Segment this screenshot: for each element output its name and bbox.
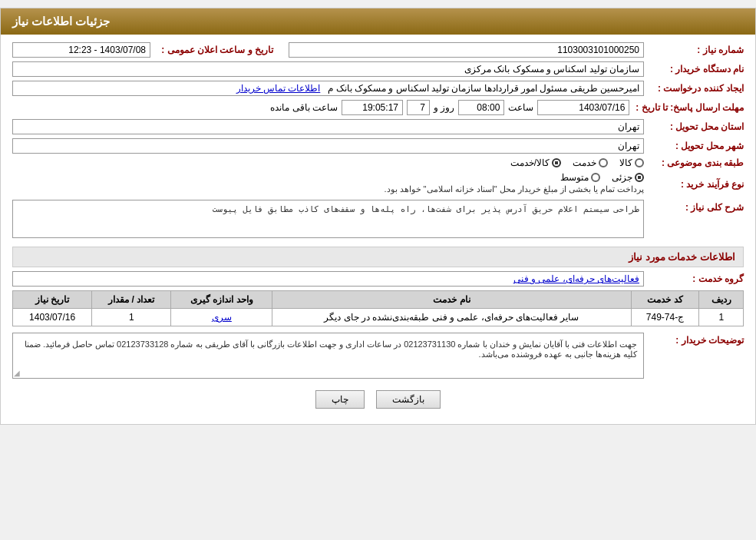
col-name: نام خدمت (272, 291, 631, 309)
cell-name: سایر فعالیت‌های حرفه‌ای، علمی و فنی طبقه… (272, 309, 631, 326)
province-row: استان محل تحویل : تهران (12, 119, 744, 134)
page-header: جزئیات اطلاعات نیاز (1, 8, 755, 35)
category-khedmat-radio (599, 158, 608, 167)
category-kala-radio (635, 158, 644, 167)
need-number-value: 1103003101000250 (289, 42, 644, 58)
category-khedmat-option: خدمت (573, 157, 608, 168)
print-button[interactable]: چاپ (315, 390, 365, 409)
category-label: طبقه بندی موضوعی : (644, 157, 744, 168)
cell-rownum: 1 (699, 309, 744, 326)
category-kala-khedmat-label: کالا/خدمت (510, 157, 550, 168)
deadline-time: 08:00 (458, 100, 504, 115)
city-row: شهر محل تحویل : تهران (12, 138, 744, 154)
cell-qty: 1 (92, 309, 171, 326)
buyer-desc-box: جهت اطلاعات فنی با آقایان نمایش و خندان … (12, 333, 644, 379)
col-code: کد خدمت (631, 291, 699, 309)
deadline-label: مهلت ارسال پاسخ: تا تاریخ : (629, 102, 744, 113)
purchase-note: پرداخت تمام یا بخشی از مبلغ خریدار محل "… (12, 183, 644, 196)
deadline-date: 1403/07/16 (537, 100, 629, 115)
purchase-radio-group: جزئی متوسط (12, 172, 644, 183)
category-kala-khedmat-radio (552, 158, 561, 167)
cell-date: 1403/07/16 (13, 309, 92, 326)
purchase-type-row: نوع فرآیند خرید : جزئی متوسط پرداخت تمام… (12, 172, 744, 196)
deadline-row: مهلت ارسال پاسخ: تا تاریخ : 1403/07/16 س… (12, 100, 744, 115)
services-table: ردیف کد خدمت نام خدمت واحد اندازه گیری ت… (12, 290, 744, 326)
province-value: تهران (12, 119, 644, 134)
cell-unit: سری (171, 309, 272, 326)
province-label: استان محل تحویل : (644, 121, 744, 132)
need-number-row: شماره نیاز : 1103003101000250 تاریخ و سا… (12, 42, 744, 58)
remaining-label: ساعت باقی مانده (270, 102, 338, 113)
buyer-org-label: نام دستگاه خریدار : (644, 64, 744, 75)
service-group-value: فعالیت‌های حرفه‌ای، علمی و فنی (12, 271, 644, 287)
need-number-label: شماره نیاز : (644, 45, 744, 55)
need-desc-label: شرح کلی نیاز : (644, 202, 744, 213)
announce-date-value: 1403/07/08 - 12:23 (12, 42, 150, 58)
purchase-motavaset-option: متوسط (560, 172, 600, 183)
service-group-link[interactable]: فعالیت‌های حرفه‌ای، علمی و فنی (513, 273, 639, 284)
cell-code: ج-74-749 (631, 309, 699, 326)
requester-value: امیرحسین طریقی مسئول امور قراردادها سازم… (12, 81, 644, 96)
resize-handle: ◢ (14, 369, 20, 377)
need-desc-row: شرح کلی نیاز : (12, 200, 744, 240)
purchase-type-label: نوع فرآیند خرید : (644, 179, 744, 190)
category-kala-khedmat-option: کالا/خدمت (510, 157, 561, 168)
need-desc-textarea (12, 200, 644, 238)
requester-contact-link[interactable]: اطلاعات تماس خریدار (236, 83, 321, 94)
buyer-desc-row: توضیحات خریدار : جهت اطلاعات فنی با آقای… (12, 333, 744, 379)
days-label: روز و (434, 102, 454, 113)
time-label: ساعت (508, 102, 533, 113)
buttons-row: بازگشت چاپ (12, 390, 744, 409)
category-row: طبقه بندی موضوعی : کالا خدمت کالا/خدمت (12, 157, 744, 168)
back-button[interactable]: بازگشت (376, 390, 441, 409)
purchase-jozii-option: جزئی (612, 172, 644, 183)
col-unit: واحد اندازه گیری (171, 291, 272, 309)
category-kala-label: کالا (619, 157, 632, 168)
table-row: 1 ج-74-749 سایر فعالیت‌های حرفه‌ای، علمی… (13, 309, 744, 326)
col-rownum: ردیف (699, 291, 744, 309)
purchase-motavaset-label: متوسط (560, 172, 589, 183)
category-khedmat-label: خدمت (573, 157, 596, 168)
deadline-days: 7 (407, 100, 430, 115)
buyer-org-row: نام دستگاه خریدار : سازمان تولید اسکناس … (12, 61, 744, 77)
service-group-row: گروه خدمت : فعالیت‌های حرفه‌ای، علمی و ف… (12, 271, 744, 287)
purchase-jozii-label: جزئی (612, 172, 632, 183)
page-title: جزئیات اطلاعات نیاز (12, 15, 110, 28)
purchase-jozii-radio (635, 173, 644, 182)
announce-date-label: تاریخ و ساعت اعلان عمومی : (150, 45, 273, 55)
col-date: تاریخ نیاز (13, 291, 92, 309)
requester-row: ایجاد کننده درخواست : امیرحسین طریقی مسئ… (12, 81, 744, 96)
deadline-remaining: 19:05:17 (342, 100, 403, 115)
buyer-desc-text: جهت اطلاعات فنی با آقایان نمایش و خندان … (25, 340, 637, 359)
buyer-org-value: سازمان تولید اسکناس و مسکوک بانک مرکزی (12, 61, 644, 77)
requester-label: ایجاد کننده درخواست : (644, 83, 744, 94)
category-kala-option: کالا (619, 157, 644, 168)
service-group-label: گروه خدمت : (644, 273, 744, 284)
purchase-motavaset-radio (591, 173, 600, 182)
buyer-desc-label: توضیحات خریدار : (644, 335, 744, 346)
category-radio-group: کالا خدمت کالا/خدمت (510, 157, 644, 168)
services-section-header: اطلاعات خدمات مورد نیاز (12, 247, 744, 267)
city-label: شهر محل تحویل : (644, 141, 744, 151)
col-qty: تعداد / مقدار (92, 291, 171, 309)
city-value: تهران (12, 138, 644, 154)
